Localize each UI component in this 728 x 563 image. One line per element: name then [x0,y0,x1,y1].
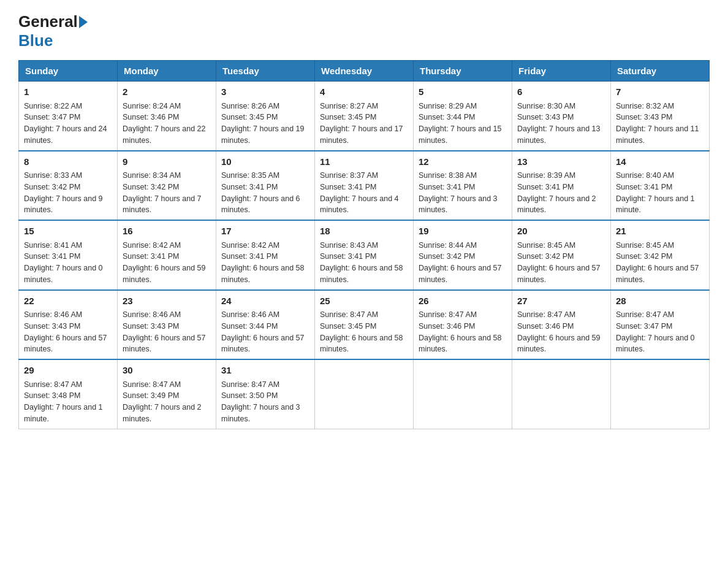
day-sunset: Sunset: 3:47 PM [24,113,80,121]
day-sunset: Sunset: 3:42 PM [517,252,574,261]
calendar-day-cell [315,359,414,429]
day-sunset: Sunset: 3:44 PM [221,322,278,331]
day-number: 13 [517,155,605,169]
day-sunrise: Sunrise: 8:46 AM [24,310,82,319]
calendar-day-cell: 6 Sunrise: 8:30 AM Sunset: 3:43 PM Dayli… [512,82,611,151]
day-sunrise: Sunrise: 8:37 AM [320,171,378,180]
day-sunset: Sunset: 3:43 PM [616,113,672,121]
calendar-week-row: 8 Sunrise: 8:33 AM Sunset: 3:42 PM Dayli… [19,151,710,221]
calendar-week-row: 29 Sunrise: 8:47 AM Sunset: 3:48 PM Dayl… [19,359,710,429]
day-daylight: Daylight: 7 hours and 6 minutes. [221,194,300,215]
day-of-week-header: Tuesday [216,61,315,82]
day-sunset: Sunset: 3:41 PM [419,183,475,191]
day-of-week-header: Thursday [414,61,512,82]
day-daylight: Daylight: 7 hours and 2 minutes. [123,403,202,423]
day-sunset: Sunset: 3:43 PM [24,322,80,331]
day-sunrise: Sunrise: 8:39 AM [517,171,575,180]
day-sunset: Sunset: 3:44 PM [419,113,475,121]
day-number: 26 [419,294,507,308]
logo: General Blue [18,12,89,50]
day-sunset: Sunset: 3:41 PM [320,183,376,191]
day-sunset: Sunset: 3:41 PM [320,252,376,261]
calendar-day-cell: 1 Sunrise: 8:22 AM Sunset: 3:47 PM Dayli… [19,82,118,151]
calendar-day-cell: 16 Sunrise: 8:42 AM Sunset: 3:41 PM Dayl… [118,220,216,290]
calendar-day-cell: 18 Sunrise: 8:43 AM Sunset: 3:41 PM Dayl… [315,220,414,290]
day-of-week-header: Saturday [611,61,710,82]
day-number: 17 [221,224,309,239]
day-number: 28 [616,294,704,308]
day-number: 7 [616,85,704,99]
day-daylight: Daylight: 6 hours and 58 minutes. [320,334,403,354]
day-sunrise: Sunrise: 8:47 AM [517,310,575,319]
calendar-day-cell: 17 Sunrise: 8:42 AM Sunset: 3:41 PM Dayl… [216,220,315,290]
day-number: 31 [221,364,309,378]
calendar-day-cell: 19 Sunrise: 8:44 AM Sunset: 3:42 PM Dayl… [414,220,512,290]
day-sunrise: Sunrise: 8:30 AM [517,102,575,110]
day-sunrise: Sunrise: 8:26 AM [221,102,279,110]
day-daylight: Daylight: 7 hours and 11 minutes. [616,124,699,145]
day-number: 6 [517,85,605,99]
day-sunrise: Sunrise: 8:46 AM [123,310,181,319]
calendar-week-row: 1 Sunrise: 8:22 AM Sunset: 3:47 PM Dayli… [19,82,710,151]
calendar-day-cell: 14 Sunrise: 8:40 AM Sunset: 3:41 PM Dayl… [611,151,710,221]
logo-arrow-icon [79,16,88,28]
day-sunset: Sunset: 3:46 PM [419,322,475,331]
day-daylight: Daylight: 6 hours and 59 minutes. [517,334,601,354]
day-sunset: Sunset: 3:45 PM [320,113,376,121]
day-sunrise: Sunrise: 8:29 AM [419,102,477,110]
day-daylight: Daylight: 7 hours and 9 minutes. [24,194,103,215]
day-sunset: Sunset: 3:42 PM [123,183,179,191]
day-number: 25 [320,294,408,308]
day-number: 2 [123,85,211,99]
day-daylight: Daylight: 7 hours and 1 minute. [24,403,103,423]
calendar-day-cell: 29 Sunrise: 8:47 AM Sunset: 3:48 PM Dayl… [19,359,118,429]
day-sunrise: Sunrise: 8:44 AM [419,241,477,250]
day-of-week-header: Monday [118,61,216,82]
calendar-day-cell: 21 Sunrise: 8:45 AM Sunset: 3:42 PM Dayl… [611,220,710,290]
day-number: 8 [24,155,112,169]
day-number: 16 [123,224,211,239]
day-sunset: Sunset: 3:50 PM [221,391,278,400]
calendar-day-cell: 13 Sunrise: 8:39 AM Sunset: 3:41 PM Dayl… [512,151,611,221]
day-sunset: Sunset: 3:49 PM [123,391,179,400]
day-daylight: Daylight: 6 hours and 57 minutes. [24,334,107,354]
day-daylight: Daylight: 7 hours and 7 minutes. [123,194,202,215]
calendar-day-cell: 15 Sunrise: 8:41 AM Sunset: 3:41 PM Dayl… [19,220,118,290]
day-number: 3 [221,85,309,99]
calendar-day-cell: 24 Sunrise: 8:46 AM Sunset: 3:44 PM Dayl… [216,290,315,360]
day-sunset: Sunset: 3:43 PM [123,322,179,331]
day-number: 12 [419,155,507,169]
day-sunrise: Sunrise: 8:22 AM [24,102,82,110]
day-of-week-header: Wednesday [315,61,414,82]
day-sunrise: Sunrise: 8:40 AM [616,171,674,180]
calendar-day-cell: 3 Sunrise: 8:26 AM Sunset: 3:45 PM Dayli… [216,82,315,151]
calendar-day-cell: 9 Sunrise: 8:34 AM Sunset: 3:42 PM Dayli… [118,151,216,221]
calendar-day-cell: 20 Sunrise: 8:45 AM Sunset: 3:42 PM Dayl… [512,220,611,290]
calendar-day-cell: 23 Sunrise: 8:46 AM Sunset: 3:43 PM Dayl… [118,290,216,360]
logo-blue-text: Blue [18,31,53,50]
day-sunrise: Sunrise: 8:34 AM [123,171,181,180]
day-sunset: Sunset: 3:41 PM [221,252,278,261]
day-number: 19 [419,224,507,239]
day-number: 23 [123,294,211,308]
day-number: 20 [517,224,605,239]
day-sunset: Sunset: 3:42 PM [616,252,672,261]
day-sunrise: Sunrise: 8:47 AM [123,380,181,389]
day-sunset: Sunset: 3:41 PM [517,183,574,191]
day-sunrise: Sunrise: 8:47 AM [24,380,82,389]
day-sunset: Sunset: 3:41 PM [123,252,179,261]
day-sunset: Sunset: 3:48 PM [24,391,80,400]
calendar-day-cell [611,359,710,429]
calendar-day-cell [512,359,611,429]
day-number: 21 [616,224,704,239]
day-daylight: Daylight: 6 hours and 58 minutes. [221,264,305,284]
day-number: 30 [123,364,211,378]
day-daylight: Daylight: 6 hours and 57 minutes. [419,264,502,284]
calendar-day-cell: 27 Sunrise: 8:47 AM Sunset: 3:46 PM Dayl… [512,290,611,360]
day-number: 1 [24,85,112,99]
day-daylight: Daylight: 6 hours and 58 minutes. [320,264,403,284]
day-daylight: Daylight: 7 hours and 0 minutes. [616,334,695,354]
day-sunrise: Sunrise: 8:38 AM [419,171,477,180]
day-daylight: Daylight: 7 hours and 15 minutes. [419,124,502,145]
day-number: 10 [221,155,309,169]
